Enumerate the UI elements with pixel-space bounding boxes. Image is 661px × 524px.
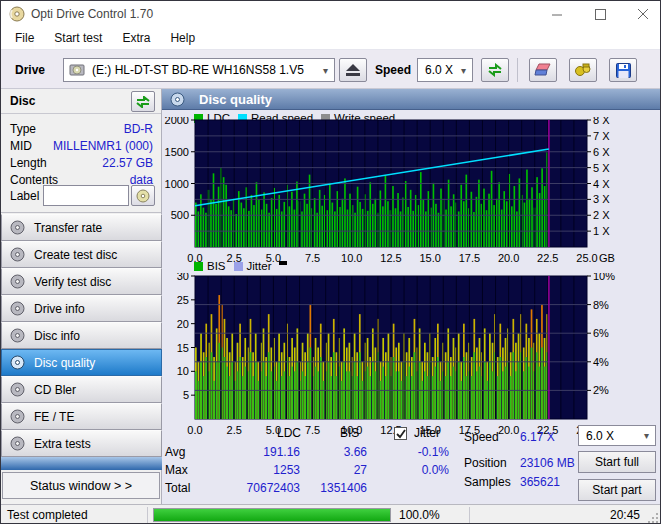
svg-text:500: 500: [171, 209, 189, 221]
legend-marker: [279, 261, 287, 265]
sidebar-item-label: Verify test disc: [34, 275, 111, 289]
svg-text:5 X: 5 X: [593, 162, 610, 174]
svg-text:4%: 4%: [593, 356, 609, 368]
toolbar: Drive (E:) HL-DT-ST BD-RE WH16NS58 1.V5 …: [1, 50, 660, 89]
cd-icon: [136, 189, 150, 203]
eject-icon: [346, 64, 360, 76]
stats-row-avg-label: Avg: [165, 445, 185, 459]
cd-icon: [10, 301, 25, 316]
disc-mid-value: MILLENMR1 (000): [53, 139, 153, 153]
close-button[interactable]: [626, 1, 660, 27]
save-button[interactable]: [609, 58, 637, 82]
chevron-down-icon: ▾: [323, 65, 328, 76]
sidebar-item-verify-test-disc[interactable]: Verify test disc: [1, 268, 162, 295]
svg-text:12.5: 12.5: [380, 252, 401, 264]
disc-panel-title: Disc: [10, 94, 35, 108]
sidebar-item-drive-info[interactable]: Drive info: [1, 295, 162, 322]
start-part-button[interactable]: Start part: [578, 479, 656, 501]
readout-samples-value: 365621: [520, 475, 560, 489]
erase-button[interactable]: [529, 58, 557, 82]
disc-refresh-button[interactable]: [131, 91, 155, 112]
sidebar: Disc Type BD-R MID MILLENMR1 (000) Lengt…: [1, 89, 162, 504]
svg-text:22.5: 22.5: [537, 252, 558, 264]
cd-icon: [10, 355, 25, 370]
total-bis-value: 1351406: [302, 481, 367, 495]
refresh-button[interactable]: [481, 58, 509, 82]
sidebar-item-label: Drive info: [34, 302, 85, 316]
svg-text:17.5: 17.5: [459, 252, 480, 264]
svg-text:10%: 10%: [593, 273, 615, 282]
title-bar: Opti Drive Control 1.70: [1, 1, 660, 27]
avg-ldc-value: 191.16: [222, 445, 300, 459]
drive-select[interactable]: (E:) HL-DT-ST BD-RE WH16NS58 1.V5 ▾: [63, 58, 335, 82]
status-bar: Test completed 100.0% 20:45: [1, 504, 660, 524]
eject-button[interactable]: [339, 58, 367, 82]
sidebar-item-label: FE / TE: [34, 410, 74, 424]
maximize-button[interactable]: [583, 1, 617, 27]
svg-text:20.0: 20.0: [498, 424, 519, 436]
bis-jitter-chart: 510152025302%4%6%8%10%0.02.55.07.510.012…: [162, 273, 661, 440]
quality-speed-value: 6.0 X: [586, 429, 614, 443]
bis-legend-swatch: [194, 262, 203, 271]
sidebar-item-disc-info[interactable]: Disc info: [1, 322, 162, 349]
drive-value: (E:) HL-DT-ST BD-RE WH16NS58 1.V5: [92, 63, 304, 77]
svg-text:7.5: 7.5: [305, 252, 320, 264]
sidebar-item-create-test-disc[interactable]: Create test disc: [1, 241, 162, 268]
minimize-button[interactable]: [540, 1, 574, 27]
stats-row-max-label: Max: [165, 463, 188, 477]
stats-row-total-label: Total: [165, 481, 190, 495]
start-full-button[interactable]: Start full: [578, 451, 656, 473]
disc-length-row: Length 22.57 GB: [10, 156, 153, 171]
sidebar-item-transfer-rate[interactable]: Transfer rate: [1, 214, 162, 241]
svg-text:7 X: 7 X: [593, 130, 610, 142]
tools-button[interactable]: [569, 58, 597, 82]
menu-extra[interactable]: Extra: [112, 28, 160, 48]
svg-text:8%: 8%: [593, 299, 609, 311]
svg-text:15.0: 15.0: [419, 252, 440, 264]
status-window-button[interactable]: Status window > >: [2, 472, 160, 499]
maximize-icon: [595, 9, 606, 20]
avg-bis-value: 3.66: [302, 445, 367, 459]
save-icon: [616, 63, 631, 78]
cd-icon: [10, 247, 25, 262]
disc-label-input[interactable]: [43, 185, 129, 206]
bis-legend-label: BIS: [207, 260, 226, 272]
svg-text:20.0: 20.0: [498, 252, 519, 264]
svg-text:0.0: 0.0: [187, 424, 202, 436]
svg-text:10.0: 10.0: [341, 252, 362, 264]
menu-start-test[interactable]: Start test: [44, 28, 112, 48]
stats-col-bis: BIS: [340, 426, 359, 440]
svg-text:15: 15: [177, 342, 189, 354]
svg-text:1000: 1000: [165, 178, 189, 190]
jitter-avg-value: -0.1%: [392, 445, 449, 459]
sidebar-item-extra-tests[interactable]: Extra tests: [1, 430, 162, 457]
cd-icon: [10, 274, 25, 289]
readout-speed-value: 6.17 X: [520, 430, 555, 444]
disc-panel-header: Disc: [1, 89, 161, 114]
disc-label-button[interactable]: [131, 185, 155, 206]
svg-text:6 X: 6 X: [593, 146, 610, 158]
menu-help[interactable]: Help: [160, 28, 205, 48]
sidebar-item-fe-te[interactable]: FE / TE: [1, 403, 162, 430]
resize-grip[interactable]: [647, 512, 659, 524]
sidebar-item-disc-quality[interactable]: Disc quality: [1, 349, 162, 376]
speed-select[interactable]: 6.0 X ▾: [417, 58, 473, 82]
speed-value: 6.0 X: [425, 63, 453, 77]
svg-text:3 X: 3 X: [593, 193, 610, 205]
menu-file[interactable]: File: [5, 28, 44, 48]
sidebar-item-label: Transfer rate: [34, 221, 102, 235]
svg-text:2 X: 2 X: [593, 209, 610, 221]
progress-percent: 100.0%: [399, 508, 440, 522]
svg-text:4 X: 4 X: [593, 178, 610, 190]
sidebar-item-cd-bler[interactable]: CD Bler: [1, 376, 162, 403]
cd-icon: [10, 220, 25, 235]
jitter-checkbox[interactable]: [394, 427, 407, 440]
jitter-max-value: 0.0%: [392, 463, 449, 477]
svg-text:25.0: 25.0: [576, 252, 597, 264]
svg-text:20: 20: [177, 318, 189, 330]
speed-label: Speed: [375, 63, 411, 77]
quality-speed-select[interactable]: 6.0 X ▾: [578, 425, 656, 446]
sidebar-item-label: CD Bler: [34, 383, 76, 397]
disc-panel: Disc Type BD-R MID MILLENMR1 (000) Lengt…: [1, 89, 161, 213]
max-bis-value: 27: [302, 463, 367, 477]
